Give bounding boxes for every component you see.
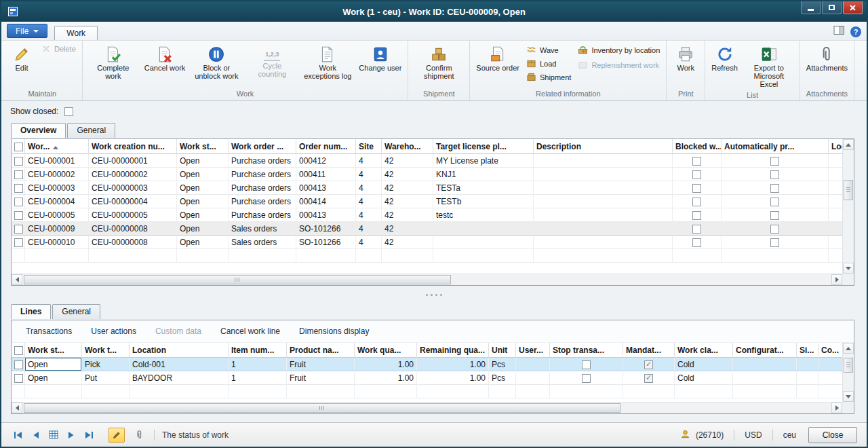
cell-description[interactable]: [534, 236, 673, 249]
table-row[interactable]: CEU-000001 CEU-00000001 Open Purchase or…: [12, 154, 842, 168]
cell-order-number[interactable]: 000414: [296, 195, 356, 208]
cell-work-id[interactable]: CEU-000005: [25, 208, 89, 222]
tab-general[interactable]: General: [67, 123, 115, 138]
table-row-selected[interactable]: CEU-000009 CEU-00000008 Open Sales order…: [12, 222, 842, 236]
scroll-down-button[interactable]: [843, 391, 854, 402]
cell-order-type[interactable]: Purchase orders: [229, 181, 296, 195]
cell-line-status[interactable]: Open: [25, 371, 82, 385]
cell-site[interactable]: 4: [356, 168, 382, 181]
edit-record-button[interactable]: [108, 428, 125, 443]
cell-order-type[interactable]: Sales orders: [229, 222, 296, 236]
cell-order-number[interactable]: 000413: [296, 181, 356, 195]
cell-mandatory[interactable]: [623, 358, 675, 371]
row-select-cell[interactable]: [12, 358, 25, 371]
row-checkbox[interactable]: [14, 360, 23, 369]
cell-auto[interactable]: [722, 154, 829, 168]
scroll-right-button[interactable]: [831, 403, 842, 413]
row-checkbox[interactable]: [14, 225, 23, 234]
col-color[interactable]: Co...: [818, 343, 842, 358]
cell-order-number[interactable]: SO-101266: [296, 236, 356, 249]
blocked-checkbox[interactable]: [692, 198, 701, 206]
cell-location[interactable]: Cold-001: [130, 358, 229, 371]
cell-remaining-qty[interactable]: 1.00: [417, 358, 489, 371]
custom-data-button[interactable]: Custom data: [148, 323, 209, 339]
close-window-button[interactable]: [843, 1, 863, 14]
line-row[interactable]: Open Put BAYDOOR 1 Fruit 1.00 1.00 Pcs C…: [12, 371, 842, 385]
cell-auto[interactable]: [722, 181, 829, 195]
cell-description[interactable]: [534, 195, 673, 208]
cell-order-number[interactable]: 000413: [296, 208, 356, 222]
cell-target-lp[interactable]: testc: [433, 208, 534, 222]
col-loc[interactable]: Loc...: [829, 139, 842, 154]
print-work-button[interactable]: Work: [670, 43, 701, 73]
row-checkbox[interactable]: [14, 157, 23, 166]
col-line-work-status[interactable]: Work st...: [25, 343, 82, 358]
cell-creation[interactable]: CEU-00000001: [89, 154, 177, 168]
cell-auto[interactable]: [722, 168, 829, 181]
cell-user[interactable]: [516, 371, 550, 385]
cell-work-qty[interactable]: 1.00: [355, 358, 417, 371]
cell-line-status[interactable]: Open: [25, 358, 82, 371]
cell-warehouse[interactable]: 42: [382, 208, 433, 222]
scroll-up-button[interactable]: [843, 343, 854, 354]
cell-unit[interactable]: Pcs: [489, 371, 516, 385]
cell-creation[interactable]: CEU-00000004: [89, 195, 177, 208]
tab-lines[interactable]: Lines: [11, 304, 51, 319]
block-unblock-work-button[interactable]: Block or unblock work: [189, 43, 243, 81]
cell-work-class[interactable]: Cold: [675, 358, 733, 371]
cell-product-name[interactable]: Fruit: [287, 371, 355, 385]
row-select-cell[interactable]: [12, 236, 25, 249]
cell-creation[interactable]: CEU-00000008: [89, 222, 177, 236]
scroll-thumb[interactable]: [24, 275, 451, 284]
col-order-number[interactable]: Order num...: [296, 139, 356, 154]
cell-warehouse[interactable]: 42: [382, 195, 433, 208]
edit-button[interactable]: Edit: [6, 43, 37, 73]
cell-order-type[interactable]: Purchase orders: [229, 154, 296, 168]
blocked-checkbox[interactable]: [692, 225, 701, 234]
cell-site[interactable]: 4: [356, 236, 382, 249]
cell-creation[interactable]: CEU-00000005: [89, 208, 177, 222]
col-work-id[interactable]: Wor...: [25, 139, 89, 154]
cancel-work-button[interactable]: Cancel work: [142, 43, 189, 73]
ribbon-tab-work[interactable]: Work: [54, 26, 98, 41]
cell-description[interactable]: [534, 181, 673, 195]
cell-order-type[interactable]: Purchase orders: [229, 168, 296, 181]
cell-target-lp[interactable]: TESTb: [433, 195, 534, 208]
cell-status[interactable]: Open: [177, 236, 229, 249]
stop-transaction-checkbox[interactable]: [582, 374, 591, 383]
col-work-qty[interactable]: Work qua...: [355, 343, 417, 358]
cell-status[interactable]: Open: [177, 181, 229, 195]
cell-order-type[interactable]: Purchase orders: [229, 208, 296, 222]
cell-auto[interactable]: [722, 208, 829, 222]
wave-button[interactable]: Wave: [524, 44, 574, 56]
cell-item-number[interactable]: 1: [229, 358, 287, 371]
scroll-left-button[interactable]: [12, 274, 22, 285]
row-checkbox[interactable]: [14, 211, 23, 220]
cell-site[interactable]: 4: [356, 208, 382, 222]
cell-unit[interactable]: Pcs: [489, 358, 516, 371]
cell-site[interactable]: 4: [356, 154, 382, 168]
row-checkbox[interactable]: [14, 374, 23, 383]
cell-warehouse[interactable]: 42: [382, 168, 433, 181]
col-location[interactable]: Location: [130, 343, 229, 358]
cell-site[interactable]: 4: [356, 222, 382, 236]
minimize-button[interactable]: [801, 1, 821, 14]
blocked-checkbox[interactable]: [692, 211, 701, 220]
cell-target-lp[interactable]: [433, 222, 534, 236]
cell-location[interactable]: BAYDOOR: [130, 371, 229, 385]
last-record-button[interactable]: [81, 428, 96, 442]
grid-view-button[interactable]: [46, 428, 61, 442]
col-description[interactable]: Description: [534, 139, 673, 154]
select-all-checkbox[interactable]: [14, 143, 23, 151]
stop-transaction-checkbox[interactable]: [582, 360, 591, 369]
cell-creation[interactable]: CEU-00000003: [89, 181, 177, 195]
cell-blocked[interactable]: [673, 154, 722, 168]
scroll-left-button[interactable]: [12, 403, 22, 413]
auto-checkbox[interactable]: [770, 184, 779, 193]
cell-user[interactable]: [516, 358, 550, 371]
cell-work-id[interactable]: CEU-000002: [25, 168, 89, 181]
row-select-cell[interactable]: [12, 195, 25, 208]
tab-lines-general[interactable]: General: [52, 304, 100, 319]
col-unit[interactable]: Unit: [489, 343, 516, 358]
blocked-checkbox[interactable]: [692, 157, 701, 166]
